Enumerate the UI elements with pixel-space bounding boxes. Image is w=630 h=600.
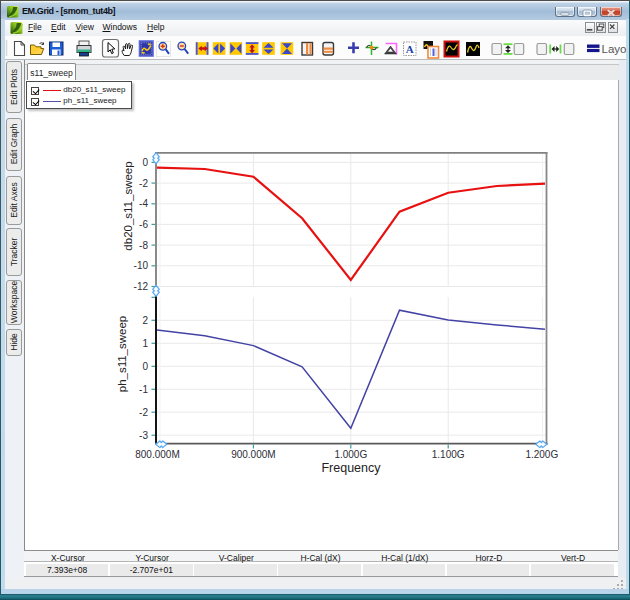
svg-text:1: 1	[142, 338, 148, 349]
svg-text:-1: -1	[139, 384, 148, 395]
svg-text:0: 0	[142, 157, 148, 168]
svg-text:1.100G: 1.100G	[432, 449, 465, 460]
svg-text:1.200G: 1.200G	[525, 449, 558, 460]
svg-text:-8: -8	[139, 240, 148, 251]
svg-text:Frequency: Frequency	[321, 461, 381, 475]
svg-text:db20_s11_sweep: db20_s11_sweep	[122, 161, 134, 250]
svg-text:2: 2	[142, 315, 148, 326]
svg-text:1.000G: 1.000G	[334, 449, 367, 460]
svg-text:800.000M: 800.000M	[135, 449, 179, 460]
svg-text:900.000M: 900.000M	[231, 449, 275, 460]
svg-text:ph_s11_sweep: ph_s11_sweep	[116, 316, 128, 393]
svg-text:-2: -2	[139, 178, 148, 189]
svg-text:-10: -10	[134, 260, 149, 271]
svg-text:0: 0	[142, 361, 148, 372]
svg-text:-2: -2	[139, 407, 148, 418]
svg-text:-3: -3	[139, 430, 148, 441]
svg-text:-12: -12	[134, 281, 149, 292]
svg-text:-6: -6	[139, 219, 148, 230]
svg-text:-4: -4	[139, 198, 148, 209]
